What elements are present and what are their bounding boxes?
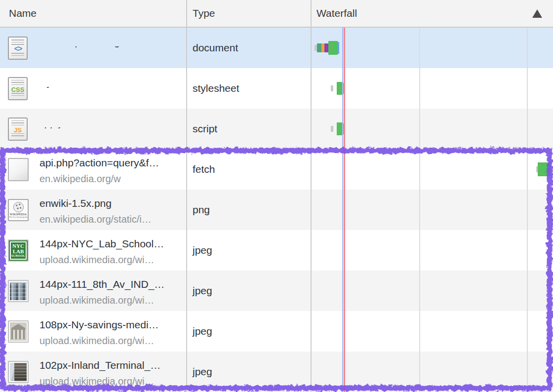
network-panel: Name Type Waterfall <> sleet-expansion.g… [0,0,553,392]
request-type: fetch [187,149,311,190]
name-cell: 102px-Inland_Terminal_… upload.wikimedia… [0,352,187,392]
column-label: Waterfall [316,7,357,19]
request-name: style.css [39,87,79,90]
column-header-name[interactable]: Name [0,0,187,27]
request-path: upload.wikimedia.org/wi… [40,332,159,349]
wikipedia-wordmark: WIKIPEDIA [10,213,27,216]
waterfall-cell [311,352,553,392]
request-type: jpeg [187,352,311,392]
request-type: jpeg [187,271,311,311]
name-cell: api.php?action=query&f… en.wikipedia.org… [0,149,187,190]
request-name: enwiki-1.5x.png [40,196,152,211]
sort-ascending-icon [532,9,542,18]
column-label: Name [9,7,37,19]
css-glyph: CSS [11,86,25,93]
table-row-jpeg-3[interactable]: 108px-Ny-savings-medi… upload.wikimedia.… [0,311,553,352]
request-type: png [187,190,311,230]
plain-file-icon [8,158,29,181]
request-type: jpeg [187,311,311,352]
request-name: 108px-Ny-savings-medi… [40,317,159,332]
request-type: jpeg [187,230,311,271]
name-cell: <> sleet-expansion.glitch.me [0,28,187,68]
waterfall-cell [311,271,553,311]
table-row-stylesheet[interactable]: CSS style.css stylesheet [0,68,553,109]
table-row-script[interactable]: JS app.js script [0,109,553,149]
request-name: sleet-expansion.glitch.me [39,46,156,49]
request-name: app.js [39,127,66,130]
request-type: document [187,28,311,68]
name-cell: 108px-Ny-savings-medi… upload.wikimedia.… [0,311,187,352]
request-path: en.wikipedia.org/static/i… [40,211,152,228]
table-row-document[interactable]: <> sleet-expansion.glitch.me document [0,28,553,68]
code-glyph: <> [14,45,22,53]
name-cell: CSS style.css [0,68,187,109]
table-row-fetch[interactable]: api.php?action=query&f… en.wikipedia.org… [0,149,553,190]
tall-building-photo-icon [8,361,29,383]
wikipedia-tagline: The Free Encyclopedia [9,216,27,218]
waterfall-cell [311,149,553,190]
js-file-icon: JS [8,118,28,141]
table-row-jpeg-2[interactable]: 144px-111_8th_Av_IND_… upload.wikimedia.… [0,271,553,311]
bank-building-photo-icon [8,320,29,343]
request-type: stylesheet [187,68,311,109]
table-header: Name Type Waterfall [0,0,553,28]
request-path: upload.wikimedia.org/wi… [40,292,164,309]
name-cell: JS app.js [0,109,187,149]
table-row-jpeg-1[interactable]: NYC LAB SCHOOL 144px-NYC_Lab_School… upl… [0,230,553,271]
name-cell: 144px-111_8th_Av_IND_… upload.wikimedia.… [0,271,187,311]
table-row-png[interactable]: WIKIPEDIA The Free Encyclopedia enwiki-1… [0,190,553,230]
request-name: 144px-NYC_Lab_School… [40,236,164,251]
table-row-jpeg-4[interactable]: 102px-Inland_Terminal_… upload.wikimedia… [0,352,553,392]
column-separator[interactable] [311,0,312,392]
request-name: api.php?action=query&f… [40,156,159,170]
request-path: en.wikipedia.org/w [40,170,159,187]
name-cell: WIKIPEDIA The Free Encyclopedia enwiki-1… [0,190,187,230]
request-list: <> sleet-expansion.glitch.me document CS… [0,28,553,392]
waterfall-cell [311,109,553,149]
js-glyph: JS [14,127,22,133]
request-name: 144px-111_8th_Av_IND_… [40,277,164,292]
waterfall-cell [311,230,553,271]
waterfall-cell [311,68,553,109]
waterfall-cell [311,311,553,352]
column-header-type[interactable]: Type [187,0,311,27]
wikipedia-globe-icon [13,202,24,212]
css-file-icon: CSS [8,77,28,100]
nyc-lab-school-logo-icon: NYC LAB SCHOOL [8,239,29,262]
waterfall-cell [311,28,553,68]
request-type: script [187,109,311,149]
html-document-icon: <> [8,37,28,60]
column-label: Type [193,7,215,19]
wikipedia-logo-icon: WIKIPEDIA The Free Encyclopedia [8,199,29,221]
waterfall-cell [311,190,553,230]
name-cell: NYC LAB SCHOOL 144px-NYC_Lab_School… upl… [0,230,187,271]
column-header-waterfall[interactable]: Waterfall [311,0,553,27]
column-separator[interactable] [186,0,187,392]
request-path: upload.wikimedia.org/wi… [40,373,160,390]
building-photo-icon [8,280,29,302]
request-name: 102px-Inland_Terminal_… [40,358,160,373]
request-path: upload.wikimedia.org/wi… [40,251,164,268]
